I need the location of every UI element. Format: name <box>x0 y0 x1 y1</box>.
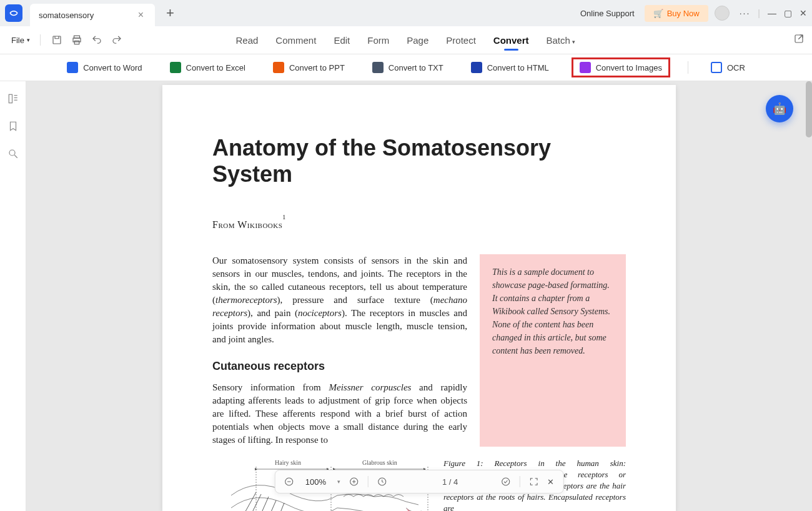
fit-view-button[interactable] <box>500 477 510 487</box>
excel-icon <box>170 62 181 73</box>
tab-convert[interactable]: Convert <box>493 31 529 49</box>
note-box: This is a sample document to showcase pa… <box>480 254 626 446</box>
close-tab-icon[interactable]: × <box>136 9 146 21</box>
print-icon[interactable] <box>69 32 84 47</box>
page-indicator[interactable]: 1 / 4 <box>442 477 458 487</box>
tab-read[interactable]: Read <box>236 31 259 49</box>
window-divider: | <box>758 8 760 18</box>
search-icon[interactable] <box>7 147 19 160</box>
divider <box>40 34 41 46</box>
svg-rect-5 <box>9 94 12 103</box>
body-column: Our somatosensory system consists of sen… <box>212 254 467 446</box>
save-icon[interactable] <box>49 32 64 47</box>
tab-comment[interactable]: Comment <box>275 31 316 49</box>
convert-to-txt[interactable]: Convert to TXT <box>367 58 448 77</box>
html-icon <box>471 62 482 73</box>
txt-icon <box>372 62 384 73</box>
convert-to-excel[interactable]: Convert to Excel <box>165 58 250 77</box>
online-support-link[interactable]: Online Support <box>577 9 638 18</box>
fullscreen-button[interactable] <box>528 477 538 487</box>
svg-rect-0 <box>53 36 61 44</box>
robot-icon: 🤖 <box>773 102 786 116</box>
buy-now-button[interactable]: 🛒 Buy Now <box>645 5 708 22</box>
svg-point-22 <box>502 478 509 485</box>
bottom-toolbar: 100% ▾ 1 / 4 ✕ <box>275 470 564 494</box>
image-icon <box>580 62 591 73</box>
main-toolbar: File ▾ Read Comment Edit Form Page Prote… <box>0 26 812 54</box>
convert-to-word[interactable]: Convert to Word <box>62 58 147 77</box>
tab-form[interactable]: Form <box>367 31 389 49</box>
more-icon[interactable]: ··· <box>740 8 751 18</box>
scrollbar[interactable] <box>806 81 812 137</box>
new-tab-button[interactable]: + <box>166 5 174 21</box>
document-canvas[interactable]: Anatomy of the Somatosensory System From… <box>26 81 812 511</box>
zoom-in-button[interactable] <box>349 477 359 487</box>
ai-assistant-button[interactable]: 🤖 <box>766 95 793 122</box>
tab-protect[interactable]: Protect <box>446 31 476 49</box>
convert-to-html[interactable]: Convert to HTML <box>466 58 554 77</box>
document-subtitle: From Wikibooks1 <box>212 219 626 231</box>
fig-label: Hairy skin <box>275 459 301 466</box>
document-title: Anatomy of the Somatosensory System <box>212 135 626 187</box>
close-window-icon[interactable]: ✕ <box>800 8 807 18</box>
divider <box>368 476 369 487</box>
tab-edit[interactable]: Edit <box>334 31 350 49</box>
thumbnails-icon[interactable] <box>7 92 19 105</box>
main-tabs: Read Comment Edit Form Page Protect Conv… <box>236 31 575 49</box>
minimize-icon[interactable]: — <box>768 8 776 18</box>
chevron-down-icon[interactable]: ▾ <box>337 479 340 485</box>
convert-toolbar: Convert to Word Convert to Excel Convert… <box>0 54 812 81</box>
ppt-icon <box>273 62 284 73</box>
chevron-down-icon: ▾ <box>572 39 575 45</box>
ocr-icon <box>711 62 722 73</box>
divider <box>519 476 520 487</box>
pdf-page: Anatomy of the Somatosensory System From… <box>162 85 676 511</box>
rotate-button[interactable] <box>377 477 387 487</box>
tab-batch[interactable]: Batch▾ <box>547 31 575 49</box>
svg-point-9 <box>9 150 15 156</box>
svg-rect-3 <box>74 41 79 44</box>
share-icon[interactable] <box>793 33 805 47</box>
divider <box>688 61 688 74</box>
fig-label: Glabrous skin <box>362 459 397 466</box>
zoom-out-button[interactable] <box>284 477 294 487</box>
file-menu[interactable]: File ▾ <box>7 36 34 45</box>
bookmark-icon[interactable] <box>7 120 19 132</box>
word-icon <box>67 62 78 73</box>
document-tab[interactable]: somatosensory × <box>30 4 155 26</box>
close-toolbar-button[interactable]: ✕ <box>547 477 554 487</box>
section-heading: Cutaneous receptors <box>212 359 467 374</box>
convert-to-ppt[interactable]: Convert to PPT <box>268 58 350 77</box>
undo-icon[interactable] <box>89 32 104 47</box>
user-avatar[interactable] <box>715 6 730 21</box>
zoom-level[interactable]: 100% <box>303 477 329 487</box>
redo-icon[interactable] <box>109 32 124 47</box>
app-logo[interactable] <box>5 4 22 22</box>
svg-line-10 <box>14 155 17 158</box>
ocr-button[interactable]: OCR <box>706 58 750 77</box>
titlebar: somatosensory × + Online Support 🛒 Buy N… <box>0 0 812 26</box>
tab-page[interactable]: Page <box>407 31 428 49</box>
maximize-icon[interactable]: ▢ <box>784 8 792 18</box>
left-sidebar <box>0 81 26 511</box>
convert-to-images[interactable]: Convert to Images <box>572 57 670 77</box>
cart-icon: 🛒 <box>653 9 663 18</box>
chevron-down-icon: ▾ <box>27 37 30 43</box>
tab-title: somatosensory <box>39 11 136 20</box>
